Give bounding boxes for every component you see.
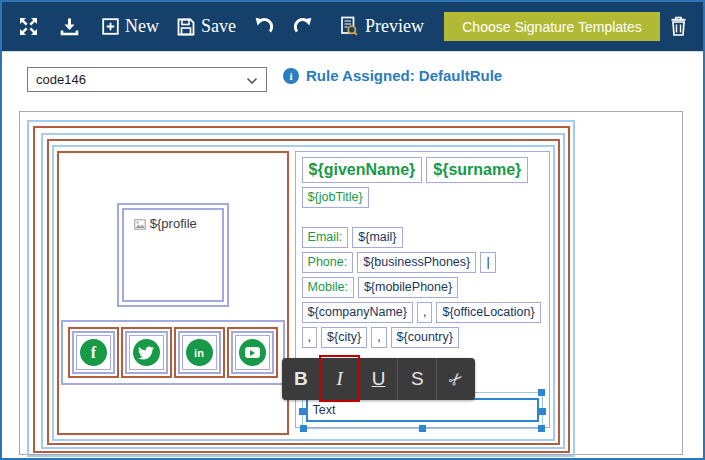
underline-button[interactable]: U [360,358,399,400]
linkedin-glyph: in [194,347,204,359]
download-icon[interactable] [60,17,79,36]
email-row: Email: ${mail} [302,227,543,248]
bold-button[interactable]: B [282,358,321,400]
selection-handle-mid-right[interactable] [539,408,546,415]
linkedin-icon[interactable]: in [186,339,213,366]
broken-image-icon [134,216,146,234]
social-cell-linkedin: in [174,327,225,378]
frame-orange-outer: ${profile f [33,126,570,453]
social-icons-row: f [61,320,285,385]
info-icon: i [283,68,299,84]
selection-handle-top-right[interactable] [538,389,545,396]
new-plus-icon [102,18,119,35]
given-name-field[interactable]: ${givenName} [302,157,423,183]
job-title-row: ${jobTitle} [302,187,543,208]
main-toolbar: New Save [2,2,703,52]
preview-label: Preview [365,16,424,37]
twitter-icon[interactable] [133,339,160,366]
company-field[interactable]: ${companyName} [302,302,413,323]
phone-row: Phone: ${businessPhones} | [302,252,543,273]
new-label: New [125,16,159,37]
selection-handle-bottom-right[interactable] [538,425,545,432]
social-cell-facebook: f [68,327,119,378]
mobile-row: Mobile: ${mobilePhone} [302,277,543,298]
facebook-glyph: f [91,344,96,362]
phone-label[interactable]: Phone: [302,252,354,273]
preview-document-icon [339,16,359,37]
email-label[interactable]: Email: [302,227,349,248]
save-button[interactable]: Save [177,16,236,37]
email-field[interactable]: ${mail} [352,227,402,248]
template-dropdown[interactable]: code146 [27,67,267,92]
text-field[interactable]: Text [306,398,539,422]
name-row: ${givenName} ${surname} [302,157,543,183]
redo-icon[interactable] [293,16,314,37]
save-floppy-icon [177,18,195,36]
company-row: ${companyName} , ${officeLocation} [302,302,543,323]
surname-field[interactable]: ${surname} [426,157,528,183]
country-field[interactable]: ${country} [391,327,459,348]
selection-handle-bottom-left[interactable] [300,425,307,432]
trash-icon[interactable] [669,16,688,37]
template-dropdown-value: code146 [36,72,86,87]
rule-assigned-label: Rule Assigned: DefaultRule [306,67,502,84]
format-toolbar: B I U S ✂ [282,358,475,400]
comma-separator[interactable]: , [371,327,386,348]
comma-separator[interactable]: , [417,302,432,323]
city-field[interactable]: ${city} [321,327,367,348]
office-location-field[interactable]: ${officeLocation} [436,302,540,323]
mobile-label[interactable]: Mobile: [302,277,354,298]
text-cursor-field[interactable]: | [480,252,496,273]
italic-button[interactable]: I [321,358,360,400]
signature-editor-window: New Save [0,0,705,460]
job-title-field[interactable]: ${jobTitle} [302,187,369,208]
selection-handle-mid-left[interactable] [299,408,306,415]
template-selector-row: code146 i Rule Assigned: DefaultRule [2,64,703,94]
phone-field[interactable]: ${businessPhones} [357,252,476,273]
preview-button[interactable]: Preview [339,16,424,37]
youtube-play-glyph [245,347,260,358]
expand-icon[interactable] [18,16,39,37]
social-cell-twitter [121,327,172,378]
signature-canvas[interactable]: ${profile f [19,111,683,455]
comma-separator[interactable]: , [302,327,317,348]
profile-placeholder-text: ${profile [150,216,197,231]
undo-icon[interactable] [253,16,274,37]
social-cell-youtube [227,327,278,378]
profile-image-frame[interactable]: ${profile [117,203,229,307]
save-label: Save [201,16,236,37]
signature-left-column[interactable]: ${profile f [57,151,289,435]
frame-blue-mid: ${profile f [41,133,565,449]
new-button[interactable]: New [102,16,159,37]
city-country-row: , ${city} , ${country} [302,327,543,348]
choose-signature-templates-button[interactable]: Choose Signature Templates [444,12,660,41]
selection-handle-bottom-center[interactable] [419,425,426,432]
profile-image-placeholder: ${profile [122,208,224,302]
facebook-icon[interactable]: f [80,339,107,366]
frame-blue-outer: ${profile f [27,120,575,457]
mobile-field[interactable]: ${mobilePhone} [358,277,458,298]
youtube-icon[interactable] [239,339,266,366]
rule-assigned-info: i Rule Assigned: DefaultRule [283,67,502,84]
chevron-down-icon [246,71,258,89]
